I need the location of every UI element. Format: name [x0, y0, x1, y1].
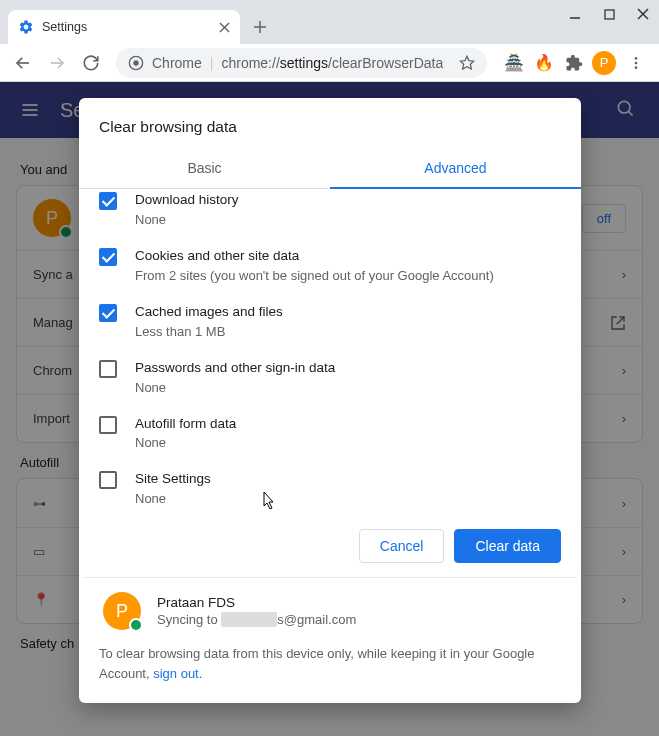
tab-close-icon[interactable] [219, 22, 230, 33]
sync-info: P Prataan FDS Syncing to xxxxxxxxs@gmail… [83, 577, 577, 644]
browser-tab[interactable]: Settings [8, 10, 240, 44]
checkbox[interactable] [99, 248, 117, 266]
dialog-scroll-area[interactable]: Download historyNone Cookies and other s… [79, 189, 581, 515]
checkbox[interactable] [99, 192, 117, 210]
tab-title: Settings [42, 20, 211, 34]
extension-icon[interactable]: 🏯 [501, 50, 527, 76]
tab-advanced[interactable]: Advanced [330, 148, 581, 188]
tab-basic[interactable]: Basic [79, 148, 330, 188]
disclaimer: To clear browsing data from this device … [79, 644, 581, 703]
svg-point-14 [635, 61, 638, 64]
profile-avatar[interactable]: P [591, 50, 617, 76]
tab-strip: Settings [0, 8, 659, 44]
svg-point-13 [635, 57, 638, 60]
settings-gear-icon [18, 19, 34, 35]
cancel-button[interactable]: Cancel [359, 529, 445, 563]
option-download-history[interactable]: Download historyNone [99, 189, 577, 237]
forward-button[interactable] [42, 48, 72, 78]
address-text: Chrome | chrome://settings/clearBrowserD… [152, 55, 443, 71]
close-button[interactable] [635, 6, 651, 22]
extensions-puzzle-icon[interactable] [561, 50, 587, 76]
checkbox[interactable] [99, 304, 117, 322]
checkbox[interactable] [99, 416, 117, 434]
minimize-button[interactable] [567, 6, 583, 22]
bookmark-star-icon[interactable] [459, 55, 475, 71]
clear-browsing-data-dialog: Clear browsing data Basic Advanced Downl… [79, 98, 581, 703]
menu-dots-icon[interactable] [621, 48, 651, 78]
back-button[interactable] [8, 48, 38, 78]
option-cookies[interactable]: Cookies and other site dataFrom 2 sites … [99, 237, 577, 293]
sync-email: Syncing to xxxxxxxxs@gmail.com [157, 612, 356, 627]
checkbox[interactable] [99, 360, 117, 378]
svg-rect-1 [605, 10, 614, 19]
avatar: P [103, 592, 141, 630]
new-tab-button[interactable] [246, 13, 274, 41]
reload-button[interactable] [76, 48, 106, 78]
sync-name: Prataan FDS [157, 595, 356, 610]
maximize-button[interactable] [601, 6, 617, 22]
browser-toolbar: Chrome | chrome://settings/clearBrowserD… [0, 44, 659, 82]
extension-icon[interactable]: 🔥 [531, 50, 557, 76]
svg-point-15 [635, 66, 638, 69]
window-controls [567, 6, 651, 22]
svg-marker-12 [460, 56, 473, 69]
sync-badge-icon [129, 618, 143, 632]
option-cached-images[interactable]: Cached images and filesLess than 1 MB [99, 293, 577, 349]
option-passwords[interactable]: Passwords and other sign-in dataNone [99, 349, 577, 405]
chrome-icon [128, 55, 144, 71]
checkbox[interactable] [99, 471, 117, 489]
titlebar [0, 0, 659, 8]
dialog-footer: Cancel Clear data [79, 515, 581, 577]
dialog-tabs: Basic Advanced [79, 148, 581, 189]
clear-data-button[interactable]: Clear data [454, 529, 561, 563]
option-site-settings[interactable]: Site SettingsNone [99, 460, 577, 515]
address-bar[interactable]: Chrome | chrome://settings/clearBrowserD… [116, 48, 487, 78]
dialog-title: Clear browsing data [79, 98, 581, 148]
svg-point-11 [133, 60, 138, 65]
sign-out-link[interactable]: sign out [153, 666, 199, 681]
option-autofill[interactable]: Autofill form dataNone [99, 405, 577, 461]
